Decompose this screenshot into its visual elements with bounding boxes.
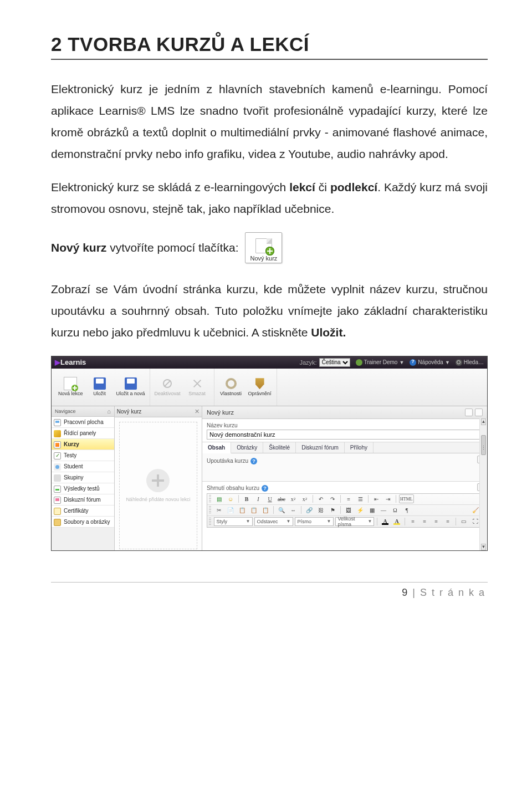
editor-block-button[interactable]: ▭ xyxy=(459,517,469,526)
editor-bold-button[interactable]: B xyxy=(242,494,252,503)
editor-align-right-button[interactable]: ≡ xyxy=(431,517,441,526)
editor-strike-button[interactable]: abc xyxy=(277,494,287,503)
sidebar-item-forum[interactable]: Diskuzní fórum xyxy=(52,494,114,505)
editor-flash-button[interactable]: ⚡ xyxy=(355,505,365,514)
sidebar-item-groups[interactable]: Skupiny xyxy=(52,472,114,483)
sidebar-item-student[interactable]: Student xyxy=(52,461,114,472)
editor-hr-button[interactable]: — xyxy=(378,505,388,514)
scroll-down-icon[interactable]: ▼ xyxy=(481,544,486,550)
intro-paragraph-2: Elektronický kurz se skládá z e-learning… xyxy=(51,177,488,220)
editor-bgcolor-button[interactable]: A xyxy=(392,517,402,526)
course-name-label: Název kurzu xyxy=(207,422,483,428)
editor-preview-button[interactable]: ☺ xyxy=(226,494,236,503)
save-icon xyxy=(93,377,106,390)
editor-style-select[interactable]: Styly xyxy=(214,517,253,526)
certificates-icon xyxy=(54,508,61,515)
sidebar-item-desktop[interactable]: Pracovní plocha xyxy=(52,417,114,428)
editor-copy-button[interactable]: 📄 xyxy=(226,505,236,514)
editor-italic-button[interactable]: I xyxy=(253,494,263,503)
new-lesson-button[interactable]: Nová lekce xyxy=(58,377,83,397)
editor-image-button[interactable]: 🖼 xyxy=(344,505,354,514)
language-picker[interactable]: Jazyk: Čeština xyxy=(299,358,350,367)
tab-images[interactable]: Obrázky xyxy=(231,442,263,453)
tab-attachments[interactable]: Přílohy xyxy=(345,442,374,453)
nav-header: Navigace ⌂ xyxy=(52,406,114,417)
ribbon: Nová lekce Uložit Uložit a nová xyxy=(52,369,487,406)
editor-html-button[interactable]: HTML xyxy=(399,494,414,503)
intro-paragraph-3: Zobrazí se Vám úvodní stránka kurzu, kde… xyxy=(51,279,488,344)
trainer-menu[interactable]: Trainer Demo▼ xyxy=(356,359,405,366)
editor-char-button[interactable]: Ω xyxy=(390,505,400,514)
editor-indent-button[interactable]: ⇥ xyxy=(383,494,393,503)
scroll-up-icon[interactable]: ▲ xyxy=(481,418,486,425)
new-course-button-label: Nový kurz xyxy=(250,255,277,262)
help-menu[interactable]: Nápověda▼ xyxy=(410,359,450,366)
editor-find-button[interactable]: 🔍 xyxy=(277,505,287,514)
new-lesson-icon xyxy=(64,377,77,390)
richtext-toolbar: ▤ ☺ B I U abc x2 x2 ↶ ↷ xyxy=(207,493,483,528)
empty-lessons-hint: Náhledné přidáte novou lekci xyxy=(126,497,190,502)
editor-link-button[interactable]: 🔗 xyxy=(304,505,314,514)
sidebar-item-dashboards[interactable]: Řídící panely xyxy=(52,428,114,439)
course-tree: Nový kurz ✕ Náhledné přidáte novou lekci xyxy=(115,406,202,550)
desktop-icon xyxy=(54,419,61,426)
files-icon xyxy=(54,519,61,526)
groups-icon xyxy=(54,474,61,482)
editor-underline-button[interactable]: U xyxy=(265,494,275,503)
editor-font-select[interactable]: Písmo xyxy=(295,517,334,526)
permissions-button[interactable]: Oprávnění xyxy=(248,377,272,397)
sidebar-item-certificates[interactable]: Certifikáty xyxy=(52,505,114,517)
hint-icon[interactable]: ? xyxy=(262,485,268,492)
editor-textcolor-button[interactable]: A xyxy=(380,517,390,526)
editor-unlink-button[interactable]: ⛓ xyxy=(316,505,326,514)
language-select[interactable]: Čeština xyxy=(319,358,350,367)
course-name-input[interactable] xyxy=(207,430,483,440)
sidebar-marker: ⋮ xyxy=(480,445,487,451)
tab-forum[interactable]: Diskuzní fórum xyxy=(296,442,345,453)
tab-content[interactable]: Obsah xyxy=(202,442,231,453)
deactivate-icon xyxy=(161,377,174,390)
properties-button[interactable]: Vlastnosti xyxy=(219,377,243,397)
sidebar-item-courses[interactable]: Kurzy xyxy=(52,439,114,450)
new-course-button[interactable]: Nový kurz xyxy=(245,232,282,263)
editor-sub-button[interactable]: x2 xyxy=(288,494,298,503)
editor-align-center-button[interactable]: ≡ xyxy=(420,517,429,526)
tab-trainers[interactable]: Školitelé xyxy=(263,442,296,453)
editor-cut-button[interactable]: ✂ xyxy=(214,505,224,514)
close-tree-icon[interactable]: ✕ xyxy=(195,408,200,415)
editor-sup-button[interactable]: x2 xyxy=(300,494,310,503)
empty-lessons-dropzone[interactable]: Náhledné přidáte novou lekci xyxy=(119,422,197,549)
hint-icon[interactable]: ? xyxy=(250,458,257,464)
editor-undo-button[interactable]: ↶ xyxy=(316,494,326,503)
save-and-new-button[interactable]: Uložit a nová xyxy=(116,377,145,397)
panel-tool-2[interactable] xyxy=(475,408,483,416)
home-icon[interactable]: ⌂ xyxy=(107,408,111,415)
editor-align-left-button[interactable]: ≡ xyxy=(408,517,418,526)
gear-icon xyxy=(224,377,238,390)
editor-source-button[interactable]: ▤ xyxy=(214,494,224,503)
editor-break-button[interactable]: ¶ xyxy=(402,505,412,514)
editor-paste-text-button[interactable]: 📋 xyxy=(249,505,259,514)
editor-redo-button[interactable]: ↷ xyxy=(328,494,337,503)
sidebar-item-tests[interactable]: Testy xyxy=(52,450,114,461)
heading-rule xyxy=(51,59,488,60)
sidebar-item-results[interactable]: Výsledky testů xyxy=(52,483,114,494)
editor-outdent-button[interactable]: ⇤ xyxy=(371,494,381,503)
sidebar-nav: Navigace ⌂ Pracovní plocha Řídící panely… xyxy=(52,406,115,550)
panel-tool-1[interactable] xyxy=(465,408,473,416)
editor-anchor-button[interactable]: ⚑ xyxy=(328,505,337,514)
search-menu[interactable]: Hleda… xyxy=(456,359,484,366)
editor-paste-button[interactable]: 📋 xyxy=(237,505,247,514)
editor-replace-button[interactable]: ↔ xyxy=(288,505,298,514)
editor-ol-button[interactable]: ≡ xyxy=(344,494,354,503)
vertical-scrollbar[interactable]: ▲ ▼ xyxy=(479,418,487,550)
results-icon xyxy=(54,486,61,493)
editor-paste-word-button[interactable]: 📋 xyxy=(260,505,270,514)
editor-table-button[interactable]: ▦ xyxy=(367,505,377,514)
editor-ul-button[interactable]: ☰ xyxy=(355,494,365,503)
editor-align-justify-button[interactable]: ≡ xyxy=(443,517,453,526)
editor-size-select[interactable]: Velikost písma xyxy=(335,517,375,526)
save-button[interactable]: Uložit xyxy=(88,377,112,397)
editor-paragraph-select[interactable]: Odstavec xyxy=(254,517,293,526)
sidebar-item-files[interactable]: Soubory a obrázky xyxy=(52,517,114,528)
